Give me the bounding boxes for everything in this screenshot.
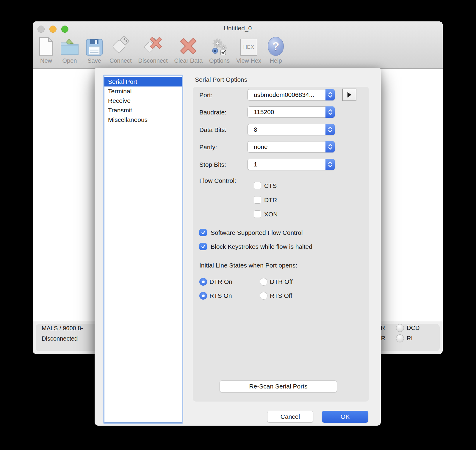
category-receive[interactable]: Receive [104,96,182,106]
category-transmit[interactable]: Transmit [104,106,182,115]
rts-on-radio-label: RTS On [209,292,232,300]
baudrate-value: 115200 [254,107,324,117]
save-floppy-icon [86,34,103,56]
ri-led-indicator [396,334,404,342]
clear-data-label: Clear Data [174,57,203,64]
save-label: Save [87,57,101,64]
status-connection-settings: MALS / 9600 8- [42,325,83,332]
xon-checkbox-label: XON [264,210,278,218]
toolbar: Untitled_0 New [33,21,443,69]
port-stepper-icon [325,89,335,100]
dtr-off-radio-label: DTR Off [270,278,293,286]
window-title: Untitled_0 [33,25,443,32]
view-hex-button[interactable]: HEX View Hex [236,34,261,64]
parity-label: Parity: [199,141,217,153]
stop-bits-stepper-icon [325,159,335,170]
initial-line-states-label: Initial Line States when Port opens: [199,262,297,269]
usb-connect-icon [109,34,131,56]
options-button[interactable]: Options [209,34,230,64]
cts-checkbox[interactable] [254,182,261,189]
parity-stepper-icon [325,141,335,152]
baudrate-dropdown[interactable]: 115200 [248,106,335,118]
category-terminal[interactable]: Terminal [104,86,182,96]
dtr-off-radio[interactable] [260,278,267,286]
dcd-led-indicator [396,324,404,332]
data-bits-label: Data Bits: [199,124,226,136]
port-value: usbmodem0006834... [254,89,324,100]
baudrate-label: Baudrate: [199,106,226,118]
options-category-list: Serial Port Terminal Receive Transmit Mi… [104,76,182,423]
new-label: New [40,57,52,64]
flow-control-label: Flow Control: [199,177,236,184]
block-keystrokes-label: Block Keystrokes while flow is halted [211,243,312,250]
right-arrow-icon [347,92,351,97]
cancel-button[interactable]: Cancel [267,411,313,423]
stop-bits-value: 1 [254,159,324,170]
port-dropdown[interactable]: usbmodem0006834... [248,89,335,100]
help-glyph: ? [268,37,284,56]
ri-indicator-label: RI [407,335,413,342]
dcd-indicator-label: DCD [407,325,419,331]
rts-off-radio[interactable] [260,292,267,300]
open-folder-icon [60,34,79,56]
data-bits-dropdown[interactable]: 8 [248,124,335,135]
dialog-heading: Serial Port Options [195,76,247,83]
open-label: Open [62,57,77,64]
data-bits-value: 8 [254,124,324,135]
help-label: Help [270,57,282,64]
disconnect-button[interactable]: Disconnect [138,34,168,64]
rts-on-radio[interactable] [199,292,207,300]
connection-options-dialog: Serial Port Terminal Receive Transmit Mi… [95,68,381,426]
new-button[interactable]: New [39,34,54,64]
connect-button[interactable]: Connect [109,34,132,64]
stop-bits-label: Stop Bits: [199,159,226,171]
block-keystrokes-checkbox[interactable] [199,243,207,250]
port-label: Port: [199,89,212,101]
options-gears-icon [210,34,229,56]
open-button[interactable]: Open [60,34,79,64]
help-button[interactable]: ? Help [268,34,284,64]
software-flow-control-label: Software Supported Flow Control [211,229,303,236]
disconnect-label: Disconnect [138,57,168,64]
status-connection-state: Disconnected [42,335,78,342]
dtr-checkbox-label: DTR [264,196,277,204]
dtr-checkbox[interactable] [254,196,261,204]
rescan-serial-ports-button[interactable]: Re-Scan Serial Ports [220,380,337,392]
parity-value: none [254,141,324,152]
new-document-icon [39,34,54,56]
parity-dropdown[interactable]: none [248,141,335,152]
save-button[interactable]: Save [86,34,103,64]
serial-port-options-panel: Port: usbmodem0006834... Baudrate: 11520… [193,87,369,402]
stop-bits-dropdown[interactable]: 1 [248,159,335,170]
clear-data-button[interactable]: Clear Data [174,34,203,64]
software-flow-control-checkbox[interactable] [199,229,207,236]
usb-disconnect-icon [142,34,164,56]
xon-checkbox[interactable] [254,210,261,218]
baudrate-stepper-icon [325,106,335,118]
cts-checkbox-label: CTS [264,182,277,189]
toolbar-buttons: New Open [39,34,284,64]
dtr-on-radio[interactable] [199,278,207,286]
view-hex-icon: HEX [240,34,257,56]
connect-label: Connect [109,57,132,64]
category-serial-port[interactable]: Serial Port [104,77,182,86]
hex-badge-text: HEX [240,39,257,56]
rts-off-radio-label: RTS Off [270,292,292,300]
help-icon: ? [268,34,284,56]
category-miscellaneous[interactable]: Miscellaneous [104,115,182,125]
port-details-button[interactable] [342,89,356,101]
view-hex-label: View Hex [236,57,261,64]
data-bits-stepper-icon [325,124,335,135]
options-label: Options [209,57,230,64]
dtr-on-radio-label: DTR On [209,278,232,286]
clear-data-icon [178,34,198,56]
ok-button[interactable]: OK [322,411,368,423]
